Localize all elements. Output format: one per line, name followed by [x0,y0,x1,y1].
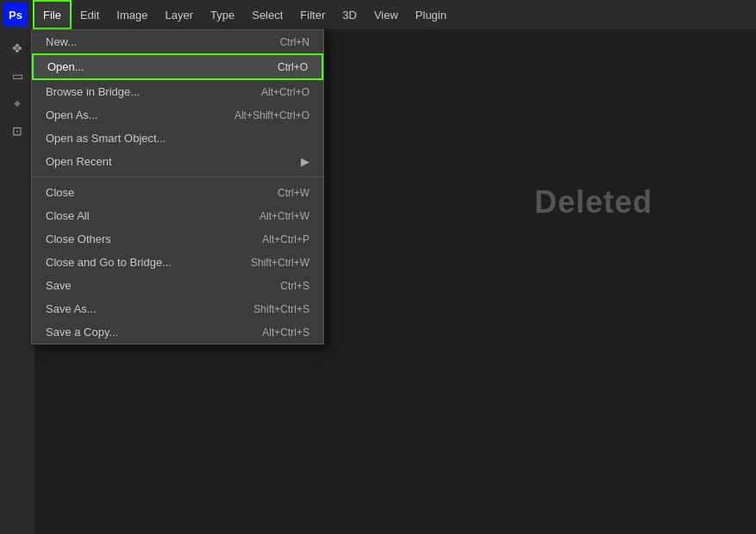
menu-item-close-shortcut: Ctrl+W [278,187,309,199]
menu-filter[interactable]: Filter [291,0,334,29]
tool-lasso[interactable]: ⌖ [5,91,29,115]
menu-item-open-as[interactable]: Open As... Alt+Shift+Ctrl+O [32,103,323,127]
menu-item-open-recent[interactable]: Open Recent ▶ [32,150,323,173]
tools-sidebar: ✥ ▭ ⌖ ⊡ [0,29,34,534]
menu-item-open-as-label: Open As... [46,109,98,121]
menu-item-close-bridge-shortcut: Shift+Ctrl+W [251,257,309,269]
menu-item-save-copy-shortcut: Alt+Ctrl+S [262,326,309,338]
menu-item-close-all[interactable]: Close All Alt+Ctrl+W [32,204,323,227]
tool-select[interactable]: ▭ [5,64,29,88]
file-dropdown-menu: New... Ctrl+N Open... Ctrl+O Browse in B… [31,29,324,345]
menu-item-save-copy-label: Save a Copy... [46,326,118,338]
menu-item-close-bridge-label: Close and Go to Bridge... [46,256,172,269]
menu-item-save-as[interactable]: Save As... Shift+Ctrl+S [32,297,323,320]
menu-item-close-label: Close [46,186,74,199]
menu-item-open-label: Open... [47,60,84,73]
menu-type[interactable]: Type [202,0,243,29]
menu-item-close[interactable]: Close Ctrl+W [32,181,323,204]
tool-crop[interactable]: ⊡ [5,119,29,143]
menu-file[interactable]: File [33,0,72,29]
menu-item-save-as-shortcut: Shift+Ctrl+S [253,303,309,315]
menu-item-close-all-label: Close All [46,209,90,222]
menu-item-open-shortcut: Ctrl+O [278,61,308,73]
submenu-arrow-icon: ▶ [301,155,309,168]
menu-divider-1 [32,177,323,177]
menu-item-new-shortcut: Ctrl+N [280,36,309,48]
menu-item-open-smart[interactable]: Open as Smart Object... [32,127,323,150]
menu-image[interactable]: Image [108,0,156,29]
menu-plugin[interactable]: Plugin [407,0,455,29]
menu-item-open-as-shortcut: Alt+Shift+Ctrl+O [234,109,309,121]
menu-item-browse-shortcut: Alt+Ctrl+O [261,86,309,98]
menu-item-close-others[interactable]: Close Others Alt+Ctrl+P [32,227,323,251]
menu-item-new[interactable]: New... Ctrl+N [32,30,323,53]
menu-edit[interactable]: Edit [72,0,108,29]
ps-logo: Ps [3,3,28,27]
menu-item-new-label: New... [46,35,77,48]
menu-item-browse-label: Browse in Bridge... [46,85,140,98]
menu-item-close-all-shortcut: Alt+Ctrl+W [259,210,309,222]
menu-item-save-shortcut: Ctrl+S [280,280,309,292]
menu-item-save-label: Save [46,279,72,292]
tool-move[interactable]: ✥ [5,36,29,60]
menu-item-close-others-label: Close Others [46,233,111,245]
menu-item-open-recent-label: Open Recent [46,155,112,168]
menu-view[interactable]: View [366,0,407,29]
menubar: Ps File Edit Image Layer Type Select Fil… [0,0,756,29]
deleted-text: Deleted [534,184,653,220]
menu-item-save-copy[interactable]: Save a Copy... Alt+Ctrl+S [32,320,323,344]
menu-layer[interactable]: Layer [157,0,203,29]
menu-item-close-others-shortcut: Alt+Ctrl+P [262,233,309,245]
menu-item-close-bridge[interactable]: Close and Go to Bridge... Shift+Ctrl+W [32,251,323,274]
menu-select[interactable]: Select [243,0,291,29]
menu-item-browse[interactable]: Browse in Bridge... Alt+Ctrl+O [32,80,323,103]
menu-item-save[interactable]: Save Ctrl+S [32,274,323,297]
menu-3d[interactable]: 3D [334,0,366,29]
menu-item-open[interactable]: Open... Ctrl+O [32,53,323,80]
menu-item-open-smart-label: Open as Smart Object... [46,132,166,145]
menu-item-save-as-label: Save As... [46,302,97,315]
